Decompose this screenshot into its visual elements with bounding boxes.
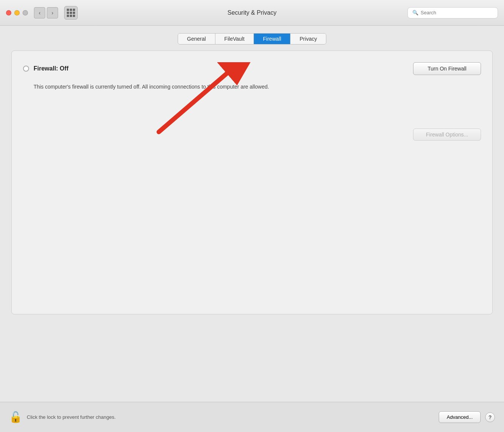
maximize-button[interactable]	[23, 10, 28, 15]
bottom-buttons: Advanced... ?	[439, 411, 495, 423]
titlebar: ‹ › Security & Privacy 🔍	[0, 0, 504, 26]
search-input[interactable]	[421, 10, 493, 15]
tab-general[interactable]: General	[178, 34, 215, 44]
bottom-bar: 🔓 Click the lock to prevent further chan…	[0, 402, 504, 432]
forward-button[interactable]: ›	[47, 7, 58, 18]
help-button[interactable]: ?	[485, 412, 495, 422]
advanced-button[interactable]: Advanced...	[439, 411, 481, 423]
firewall-status-left: Firewall: Off	[23, 65, 68, 72]
main-panel: Firewall: Off Turn On Firewall This comp…	[11, 51, 493, 314]
svg-line-1	[159, 74, 227, 132]
tabs: General FileVault Firewall Privacy	[178, 33, 326, 44]
firewall-status-radio	[23, 66, 29, 72]
traffic-lights	[6, 10, 28, 15]
grid-icon	[67, 9, 75, 17]
search-bar[interactable]: 🔍	[407, 7, 498, 18]
minimize-button[interactable]	[14, 10, 20, 15]
lock-icon[interactable]: 🔓	[9, 411, 22, 423]
back-button[interactable]: ‹	[34, 7, 45, 18]
lock-text: Click the lock to prevent further change…	[27, 414, 116, 420]
search-icon: 🔍	[412, 10, 418, 15]
tab-filevault[interactable]: FileVault	[215, 34, 254, 44]
tab-firewall[interactable]: Firewall	[254, 34, 290, 44]
nav-buttons: ‹ ›	[34, 7, 58, 18]
firewall-options-button[interactable]: Firewall Options...	[413, 129, 481, 141]
tabs-container: General FileVault Firewall Privacy	[0, 26, 504, 51]
tab-privacy[interactable]: Privacy	[290, 34, 326, 44]
close-button[interactable]	[6, 10, 11, 15]
grid-button[interactable]	[64, 6, 78, 20]
window-title: Security & Privacy	[227, 9, 277, 16]
arrow-annotation	[136, 62, 257, 138]
firewall-status-label: Firewall: Off	[34, 65, 68, 72]
turn-on-firewall-button[interactable]: Turn On Firewall	[413, 62, 481, 75]
